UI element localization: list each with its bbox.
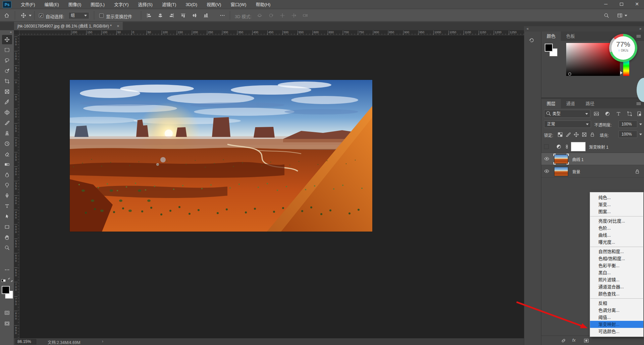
menu-item-adjustment[interactable]: 黑白...: [590, 269, 643, 276]
menu-item-adjustment[interactable]: 渐变...: [590, 201, 643, 208]
default-swap-colors[interactable]: [1, 277, 13, 283]
swap-colors-icon[interactable]: [8, 277, 13, 283]
menu-item-adjustment[interactable]: 亮度/对比度...: [590, 217, 643, 225]
menu-item-adjustment[interactable]: 图案...: [590, 208, 643, 215]
document-tab[interactable]: jhk-1603017854907.jpg @ 86.1% (曲线 1, RGB…: [14, 22, 123, 30]
panel-foreground-swatch[interactable]: [545, 44, 553, 52]
layer-row-0[interactable]: 渐变映射 1: [541, 141, 644, 153]
status-chevron[interactable]: ›: [102, 339, 103, 344]
tool-gradient[interactable]: [2, 160, 12, 169]
tool-hand[interactable]: [2, 233, 12, 242]
tool-healing[interactable]: [2, 108, 12, 117]
zoom-level-field[interactable]: 86.15%: [15, 339, 36, 344]
toolbar-collapse-icon[interactable]: »: [10, 30, 12, 34]
screen-mode-button[interactable]: [2, 319, 12, 328]
opacity-field[interactable]: 100%: [619, 120, 637, 128]
layer-mask-thumbnail[interactable]: [571, 142, 586, 151]
layers-tab-2[interactable]: 路径: [580, 99, 600, 108]
tool-blur[interactable]: [2, 170, 12, 180]
layer-name[interactable]: 背景: [572, 169, 580, 175]
menubar-item-0[interactable]: 文件(F): [16, 0, 40, 9]
add-mask-icon[interactable]: [584, 338, 589, 343]
tool-edit-toolbar[interactable]: [2, 265, 12, 275]
history-panel-icon[interactable]: [529, 38, 534, 43]
menubar-item-5[interactable]: 选择(S): [133, 0, 157, 9]
layers-tab-0[interactable]: 图层: [541, 99, 561, 108]
workspace-icon[interactable]: [617, 13, 623, 18]
tool-stamp[interactable]: [2, 129, 12, 138]
canvas-image[interactable]: [70, 80, 372, 232]
menu-item-adjustment[interactable]: 照片滤镜...: [590, 276, 643, 283]
more-options-icon[interactable]: [220, 13, 225, 18]
visibility-toggle[interactable]: [544, 144, 549, 149]
hue-slider-marker[interactable]: [620, 71, 623, 75]
home-icon[interactable]: [4, 13, 9, 18]
visibility-toggle[interactable]: [544, 156, 550, 162]
menubar-item-1[interactable]: 编辑(E): [40, 0, 64, 9]
fill-chevron[interactable]: [639, 134, 642, 135]
menu-item-highlighted[interactable]: 渐变映射...: [590, 321, 643, 328]
link-layers-icon[interactable]: [561, 338, 566, 343]
menubar-item-3[interactable]: 图层(L): [86, 0, 109, 9]
align-m-icon[interactable]: [192, 13, 197, 18]
foreground-color-swatch[interactable]: [2, 286, 10, 294]
tool-crop[interactable]: [2, 77, 12, 86]
move-options-chevron[interactable]: [29, 15, 32, 16]
workspace-chevron[interactable]: [625, 15, 627, 16]
filter-adjustment-icon[interactable]: [605, 111, 610, 116]
search-icon[interactable]: [604, 13, 609, 18]
tool-marquee[interactable]: [2, 45, 12, 55]
collapse-panels-icon[interactable]: «: [527, 27, 529, 31]
tool-type[interactable]: [2, 201, 12, 211]
layer-name[interactable]: 渐变映射 1: [589, 144, 608, 150]
layer-name[interactable]: 曲线 1: [572, 156, 584, 162]
close-button[interactable]: ✕: [630, 0, 644, 9]
align-l-icon[interactable]: [146, 13, 152, 18]
tool-dodge[interactable]: [2, 181, 12, 190]
blend-mode-dropdown[interactable]: 正常: [544, 120, 591, 128]
auto-select-dropdown[interactable]: 组: [68, 12, 89, 19]
menu-item-adjustment[interactable]: 曲线...: [590, 232, 643, 239]
align-r-icon[interactable]: [169, 13, 174, 18]
menu-item-adjustment[interactable]: 通道混合器...: [590, 283, 643, 290]
menubar-item-9[interactable]: 窗口(W): [226, 0, 251, 9]
tool-frame[interactable]: [2, 87, 12, 96]
opacity-chevron[interactable]: [639, 124, 642, 125]
menu-item-adjustment[interactable]: 自然饱和度...: [590, 248, 643, 255]
tool-lasso[interactable]: [2, 56, 12, 65]
tool-zoom[interactable]: [2, 243, 12, 252]
menubar-item-10[interactable]: 帮助(H): [251, 0, 275, 9]
layer-row-1[interactable]: 曲线 1: [541, 153, 644, 165]
align-c-icon[interactable]: [158, 13, 163, 18]
tool-eraser[interactable]: [2, 149, 12, 159]
filter-type-icon[interactable]: [616, 111, 621, 116]
tool-pen[interactable]: [2, 191, 12, 200]
menu-item-adjustment[interactable]: 色相/饱和度...: [590, 255, 643, 262]
lock-pixels-icon[interactable]: [566, 132, 571, 137]
quick-mask-button[interactable]: [2, 308, 12, 317]
menu-item-adjustment[interactable]: 反相: [590, 300, 643, 307]
color-tab-0[interactable]: 颜色: [541, 32, 561, 41]
menubar-item-7[interactable]: 3D(D): [181, 0, 202, 9]
tool-shape[interactable]: [2, 222, 12, 232]
tool-quick-select[interactable]: [2, 66, 12, 76]
canvas-pasteboard[interactable]: [19, 35, 524, 338]
expand-panels-icon[interactable]: »: [639, 27, 641, 31]
menu-item-adjustment[interactable]: 色调分离...: [590, 307, 643, 314]
color-picker-dot[interactable]: [568, 72, 571, 76]
layer-thumbnail[interactable]: [554, 154, 568, 164]
tool-move[interactable]: [2, 35, 12, 44]
menu-item-adjustment[interactable]: 阈值...: [590, 314, 643, 321]
lock-all-icon[interactable]: [590, 132, 595, 137]
filter-shape-icon[interactable]: [627, 111, 632, 116]
move-tool-icon[interactable]: [21, 13, 26, 18]
layer-effects-icon[interactable]: fx: [572, 338, 576, 343]
color-tab-1[interactable]: 色板: [561, 32, 580, 41]
fill-field[interactable]: 100%: [619, 131, 637, 138]
tool-path-select[interactable]: [2, 212, 12, 221]
align-t-icon[interactable]: [180, 13, 186, 18]
tool-eyedropper[interactable]: [2, 97, 12, 107]
color-panel-menu-icon[interactable]: [636, 34, 641, 39]
layers-tab-1[interactable]: 通道: [561, 99, 580, 108]
align-b-icon[interactable]: [203, 13, 209, 18]
